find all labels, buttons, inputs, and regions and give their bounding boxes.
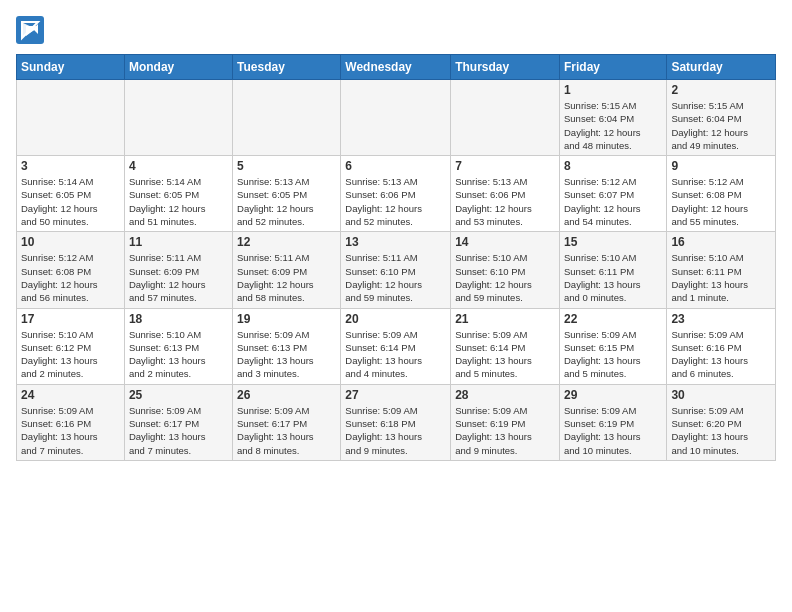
day-number: 23	[671, 312, 771, 326]
calendar-day-cell: 7Sunrise: 5:13 AM Sunset: 6:06 PM Daylig…	[451, 156, 560, 232]
calendar-day-cell	[233, 80, 341, 156]
day-of-week-header: Sunday	[17, 55, 125, 80]
day-number: 15	[564, 235, 662, 249]
day-of-week-header: Wednesday	[341, 55, 451, 80]
day-number: 18	[129, 312, 228, 326]
day-info: Sunrise: 5:10 AM Sunset: 6:12 PM Dayligh…	[21, 328, 120, 381]
calendar-day-cell: 23Sunrise: 5:09 AM Sunset: 6:16 PM Dayli…	[667, 308, 776, 384]
day-info: Sunrise: 5:09 AM Sunset: 6:15 PM Dayligh…	[564, 328, 662, 381]
calendar-week-row: 1Sunrise: 5:15 AM Sunset: 6:04 PM Daylig…	[17, 80, 776, 156]
calendar-day-cell: 20Sunrise: 5:09 AM Sunset: 6:14 PM Dayli…	[341, 308, 451, 384]
day-number: 30	[671, 388, 771, 402]
day-info: Sunrise: 5:10 AM Sunset: 6:13 PM Dayligh…	[129, 328, 228, 381]
day-info: Sunrise: 5:15 AM Sunset: 6:04 PM Dayligh…	[671, 99, 771, 152]
calendar-week-row: 24Sunrise: 5:09 AM Sunset: 6:16 PM Dayli…	[17, 384, 776, 460]
day-info: Sunrise: 5:11 AM Sunset: 6:09 PM Dayligh…	[237, 251, 336, 304]
day-info: Sunrise: 5:09 AM Sunset: 6:17 PM Dayligh…	[237, 404, 336, 457]
day-info: Sunrise: 5:09 AM Sunset: 6:19 PM Dayligh…	[455, 404, 555, 457]
day-info: Sunrise: 5:14 AM Sunset: 6:05 PM Dayligh…	[129, 175, 228, 228]
day-number: 12	[237, 235, 336, 249]
calendar-day-cell: 16Sunrise: 5:10 AM Sunset: 6:11 PM Dayli…	[667, 232, 776, 308]
calendar-day-cell: 29Sunrise: 5:09 AM Sunset: 6:19 PM Dayli…	[559, 384, 666, 460]
day-number: 9	[671, 159, 771, 173]
day-number: 4	[129, 159, 228, 173]
day-info: Sunrise: 5:11 AM Sunset: 6:09 PM Dayligh…	[129, 251, 228, 304]
day-info: Sunrise: 5:12 AM Sunset: 6:07 PM Dayligh…	[564, 175, 662, 228]
calendar-day-cell: 8Sunrise: 5:12 AM Sunset: 6:07 PM Daylig…	[559, 156, 666, 232]
day-number: 21	[455, 312, 555, 326]
logo-icon	[16, 16, 44, 44]
calendar-week-row: 17Sunrise: 5:10 AM Sunset: 6:12 PM Dayli…	[17, 308, 776, 384]
day-number: 3	[21, 159, 120, 173]
calendar-day-cell: 11Sunrise: 5:11 AM Sunset: 6:09 PM Dayli…	[124, 232, 232, 308]
calendar-week-row: 3Sunrise: 5:14 AM Sunset: 6:05 PM Daylig…	[17, 156, 776, 232]
day-info: Sunrise: 5:12 AM Sunset: 6:08 PM Dayligh…	[671, 175, 771, 228]
day-info: Sunrise: 5:13 AM Sunset: 6:06 PM Dayligh…	[345, 175, 446, 228]
day-info: Sunrise: 5:11 AM Sunset: 6:10 PM Dayligh…	[345, 251, 446, 304]
day-info: Sunrise: 5:15 AM Sunset: 6:04 PM Dayligh…	[564, 99, 662, 152]
day-info: Sunrise: 5:14 AM Sunset: 6:05 PM Dayligh…	[21, 175, 120, 228]
day-info: Sunrise: 5:09 AM Sunset: 6:18 PM Dayligh…	[345, 404, 446, 457]
calendar-day-cell: 22Sunrise: 5:09 AM Sunset: 6:15 PM Dayli…	[559, 308, 666, 384]
day-number: 20	[345, 312, 446, 326]
day-number: 2	[671, 83, 771, 97]
day-info: Sunrise: 5:09 AM Sunset: 6:16 PM Dayligh…	[21, 404, 120, 457]
calendar-day-cell: 17Sunrise: 5:10 AM Sunset: 6:12 PM Dayli…	[17, 308, 125, 384]
calendar-day-cell: 30Sunrise: 5:09 AM Sunset: 6:20 PM Dayli…	[667, 384, 776, 460]
calendar-day-cell: 12Sunrise: 5:11 AM Sunset: 6:09 PM Dayli…	[233, 232, 341, 308]
calendar-day-cell: 26Sunrise: 5:09 AM Sunset: 6:17 PM Dayli…	[233, 384, 341, 460]
day-info: Sunrise: 5:09 AM Sunset: 6:20 PM Dayligh…	[671, 404, 771, 457]
calendar-day-cell: 27Sunrise: 5:09 AM Sunset: 6:18 PM Dayli…	[341, 384, 451, 460]
day-number: 1	[564, 83, 662, 97]
page-header	[16, 16, 776, 44]
logo	[16, 16, 48, 44]
day-info: Sunrise: 5:13 AM Sunset: 6:06 PM Dayligh…	[455, 175, 555, 228]
calendar-day-cell: 14Sunrise: 5:10 AM Sunset: 6:10 PM Dayli…	[451, 232, 560, 308]
calendar-week-row: 10Sunrise: 5:12 AM Sunset: 6:08 PM Dayli…	[17, 232, 776, 308]
day-number: 28	[455, 388, 555, 402]
day-number: 17	[21, 312, 120, 326]
calendar-day-cell: 9Sunrise: 5:12 AM Sunset: 6:08 PM Daylig…	[667, 156, 776, 232]
calendar-day-cell: 6Sunrise: 5:13 AM Sunset: 6:06 PM Daylig…	[341, 156, 451, 232]
day-number: 6	[345, 159, 446, 173]
day-info: Sunrise: 5:10 AM Sunset: 6:11 PM Dayligh…	[564, 251, 662, 304]
calendar-day-cell	[341, 80, 451, 156]
calendar-day-cell: 10Sunrise: 5:12 AM Sunset: 6:08 PM Dayli…	[17, 232, 125, 308]
day-number: 19	[237, 312, 336, 326]
calendar-day-cell: 1Sunrise: 5:15 AM Sunset: 6:04 PM Daylig…	[559, 80, 666, 156]
day-number: 11	[129, 235, 228, 249]
calendar-day-cell: 2Sunrise: 5:15 AM Sunset: 6:04 PM Daylig…	[667, 80, 776, 156]
day-info: Sunrise: 5:09 AM Sunset: 6:19 PM Dayligh…	[564, 404, 662, 457]
day-number: 16	[671, 235, 771, 249]
calendar-day-cell: 3Sunrise: 5:14 AM Sunset: 6:05 PM Daylig…	[17, 156, 125, 232]
calendar-day-cell: 5Sunrise: 5:13 AM Sunset: 6:05 PM Daylig…	[233, 156, 341, 232]
calendar-table: SundayMondayTuesdayWednesdayThursdayFrid…	[16, 54, 776, 461]
day-number: 14	[455, 235, 555, 249]
calendar-day-cell: 25Sunrise: 5:09 AM Sunset: 6:17 PM Dayli…	[124, 384, 232, 460]
day-number: 22	[564, 312, 662, 326]
calendar-day-cell: 15Sunrise: 5:10 AM Sunset: 6:11 PM Dayli…	[559, 232, 666, 308]
day-number: 13	[345, 235, 446, 249]
day-info: Sunrise: 5:09 AM Sunset: 6:17 PM Dayligh…	[129, 404, 228, 457]
day-info: Sunrise: 5:09 AM Sunset: 6:14 PM Dayligh…	[345, 328, 446, 381]
calendar-day-cell: 19Sunrise: 5:09 AM Sunset: 6:13 PM Dayli…	[233, 308, 341, 384]
calendar-day-cell: 28Sunrise: 5:09 AM Sunset: 6:19 PM Dayli…	[451, 384, 560, 460]
calendar-day-cell	[451, 80, 560, 156]
day-number: 10	[21, 235, 120, 249]
day-number: 27	[345, 388, 446, 402]
day-number: 24	[21, 388, 120, 402]
day-number: 25	[129, 388, 228, 402]
day-number: 26	[237, 388, 336, 402]
day-of-week-header: Monday	[124, 55, 232, 80]
calendar-day-cell	[17, 80, 125, 156]
calendar-day-cell: 4Sunrise: 5:14 AM Sunset: 6:05 PM Daylig…	[124, 156, 232, 232]
calendar-day-cell: 21Sunrise: 5:09 AM Sunset: 6:14 PM Dayli…	[451, 308, 560, 384]
calendar-day-cell: 18Sunrise: 5:10 AM Sunset: 6:13 PM Dayli…	[124, 308, 232, 384]
calendar-header-row: SundayMondayTuesdayWednesdayThursdayFrid…	[17, 55, 776, 80]
day-info: Sunrise: 5:10 AM Sunset: 6:10 PM Dayligh…	[455, 251, 555, 304]
calendar-day-cell: 24Sunrise: 5:09 AM Sunset: 6:16 PM Dayli…	[17, 384, 125, 460]
day-number: 29	[564, 388, 662, 402]
day-of-week-header: Thursday	[451, 55, 560, 80]
day-info: Sunrise: 5:13 AM Sunset: 6:05 PM Dayligh…	[237, 175, 336, 228]
calendar-day-cell: 13Sunrise: 5:11 AM Sunset: 6:10 PM Dayli…	[341, 232, 451, 308]
